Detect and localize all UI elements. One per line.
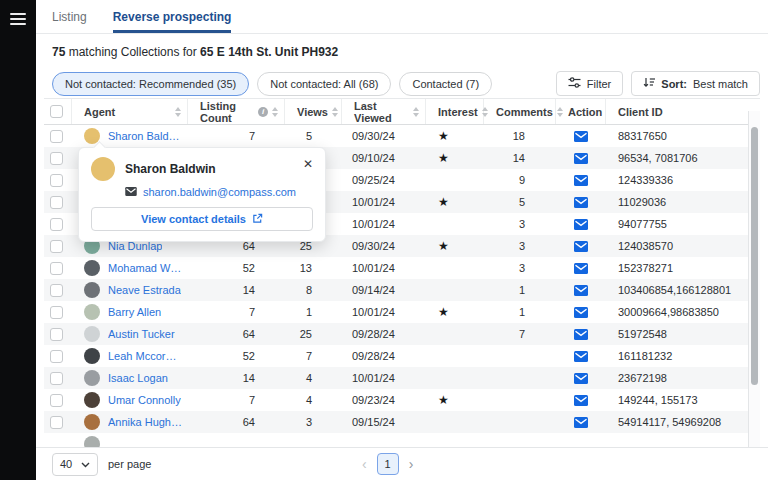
- sort-carets-icon: [268, 107, 278, 117]
- agent-avatar: [84, 370, 100, 386]
- row-checkbox[interactable]: [50, 218, 63, 231]
- info-icon[interactable]: i: [258, 107, 268, 117]
- row-checkbox[interactable]: [50, 350, 63, 363]
- agent-name-link[interactable]: Leah Mccormick: [108, 350, 182, 362]
- client-id-cell: 11029036: [606, 191, 760, 213]
- column-header-agent[interactable]: Agent: [72, 99, 188, 124]
- email-action-icon[interactable]: [574, 307, 588, 318]
- row-checkbox[interactable]: [50, 372, 63, 385]
- email-action-icon[interactable]: [574, 153, 588, 164]
- chip-contacted[interactable]: Contacted (7): [399, 72, 492, 96]
- current-page-button[interactable]: 1: [377, 453, 399, 475]
- select-all-checkbox[interactable]: [50, 105, 63, 118]
- agent-name-link[interactable]: Austin Tucker: [108, 328, 175, 340]
- row-checkbox[interactable]: [50, 130, 63, 143]
- table-row: Mohamad Woodward 52 13 10/01/24 3 152378…: [44, 257, 760, 279]
- popup-avatar: [91, 157, 115, 181]
- interest-cell: [426, 169, 484, 191]
- table-header-row: Agent Listing Count i Views Last Viewed: [44, 98, 760, 125]
- row-checkbox[interactable]: [50, 174, 63, 187]
- row-checkbox[interactable]: [50, 240, 63, 253]
- last-viewed-cell: [342, 433, 426, 447]
- agent-cell: Annika Hughes: [72, 411, 188, 433]
- vertical-scrollbar[interactable]: [748, 111, 760, 447]
- email-action-icon[interactable]: [574, 241, 588, 252]
- page-size-select[interactable]: 40: [52, 453, 98, 476]
- agent-name-link[interactable]: Sharon Baldwin: [108, 130, 182, 142]
- email-action-icon[interactable]: [574, 131, 588, 142]
- agent-avatar: [84, 392, 100, 408]
- popup-email-link[interactable]: sharon.baldwin@compass.com: [125, 186, 313, 198]
- filter-button[interactable]: Filter: [556, 71, 623, 96]
- email-action-icon[interactable]: [574, 329, 588, 340]
- interest-cell: [426, 367, 484, 389]
- comments-cell: 3: [484, 257, 556, 279]
- email-action-icon[interactable]: [574, 263, 588, 274]
- last-viewed-cell: 09/30/24: [342, 125, 426, 147]
- sort-carets-icon: [328, 107, 338, 117]
- external-link-icon: [252, 213, 263, 226]
- row-checkbox[interactable]: [50, 416, 63, 429]
- email-action-icon[interactable]: [574, 197, 588, 208]
- row-checkbox[interactable]: [50, 152, 63, 165]
- views-cell: [285, 433, 342, 447]
- row-checkbox[interactable]: [50, 284, 63, 297]
- comments-cell: 1: [484, 279, 556, 301]
- column-header-last-viewed[interactable]: Last Viewed: [342, 99, 426, 124]
- views-cell: 5: [285, 125, 342, 147]
- nav-rail: [0, 0, 36, 480]
- popup-close-icon[interactable]: ✕: [303, 158, 313, 170]
- next-page-button[interactable]: ›: [409, 456, 414, 472]
- row-checkbox[interactable]: [50, 196, 63, 209]
- agent-cell: Barry Allen: [72, 301, 188, 323]
- client-id-cell: 54914117, 54969208: [606, 411, 760, 433]
- agent-name-link[interactable]: Neave Estrada: [108, 284, 181, 296]
- client-id-cell: 149244, 155173: [606, 389, 760, 411]
- row-checkbox[interactable]: [50, 306, 63, 319]
- scrollbar-thumb[interactable]: [751, 127, 758, 385]
- chip-not-contacted-recommended[interactable]: Not contacted: Recommended (35): [52, 72, 249, 96]
- comments-cell: [484, 367, 556, 389]
- agent-name-link[interactable]: Barry Allen: [108, 306, 161, 318]
- filter-icon: [568, 77, 581, 90]
- sort-button[interactable]: Sort: Best match: [631, 71, 760, 96]
- comments-cell: 9: [484, 169, 556, 191]
- column-header-interest[interactable]: Interest: [426, 99, 484, 124]
- column-header-comments[interactable]: Comments: [484, 99, 556, 124]
- prev-page-button[interactable]: ‹: [362, 456, 367, 472]
- row-checkbox[interactable]: [50, 262, 63, 275]
- agent-avatar: [84, 348, 100, 364]
- last-viewed-cell: 10/01/24: [342, 301, 426, 323]
- agent-cell: Austin Tucker: [72, 323, 188, 345]
- agent-name-link[interactable]: Mohamad Woodward: [108, 262, 182, 274]
- row-checkbox[interactable]: [50, 394, 63, 407]
- hamburger-menu-icon[interactable]: [10, 13, 26, 25]
- view-contact-details-button[interactable]: View contact details: [91, 207, 313, 231]
- agent-name-link[interactable]: Isaac Logan: [108, 372, 168, 384]
- listing-count-cell: 64: [188, 323, 285, 345]
- chip-not-contacted-all[interactable]: Not contacted: All (68): [257, 72, 391, 96]
- table-row: Isaac Logan 14 4 10/01/24 23672198: [44, 367, 760, 389]
- agent-name-link[interactable]: Annika Hughes: [108, 416, 182, 428]
- listing-count-cell: 14: [188, 279, 285, 301]
- tab-reverse-prospecting[interactable]: Reverse prospecting: [113, 0, 232, 33]
- agent-name-link[interactable]: Umar Connolly: [108, 394, 181, 406]
- views-cell: 4: [285, 367, 342, 389]
- agent-avatar: [84, 282, 100, 298]
- column-header-views[interactable]: Views: [285, 99, 342, 124]
- last-viewed-cell: 09/23/24: [342, 389, 426, 411]
- email-action-icon[interactable]: [574, 175, 588, 186]
- interest-cell: ★: [426, 301, 484, 323]
- email-action-icon[interactable]: [574, 285, 588, 296]
- tab-bar: Listing Reverse prospecting: [36, 0, 768, 34]
- row-checkbox[interactable]: [50, 328, 63, 341]
- tab-listing[interactable]: Listing: [52, 0, 87, 33]
- email-action-icon[interactable]: [574, 219, 588, 230]
- email-action-icon[interactable]: [574, 351, 588, 362]
- email-action-icon[interactable]: [574, 417, 588, 428]
- action-cell: [556, 191, 606, 213]
- email-action-icon[interactable]: [574, 395, 588, 406]
- email-action-icon[interactable]: [574, 373, 588, 384]
- column-header-listing-count[interactable]: Listing Count i: [188, 99, 285, 124]
- last-viewed-cell: 09/25/24: [342, 169, 426, 191]
